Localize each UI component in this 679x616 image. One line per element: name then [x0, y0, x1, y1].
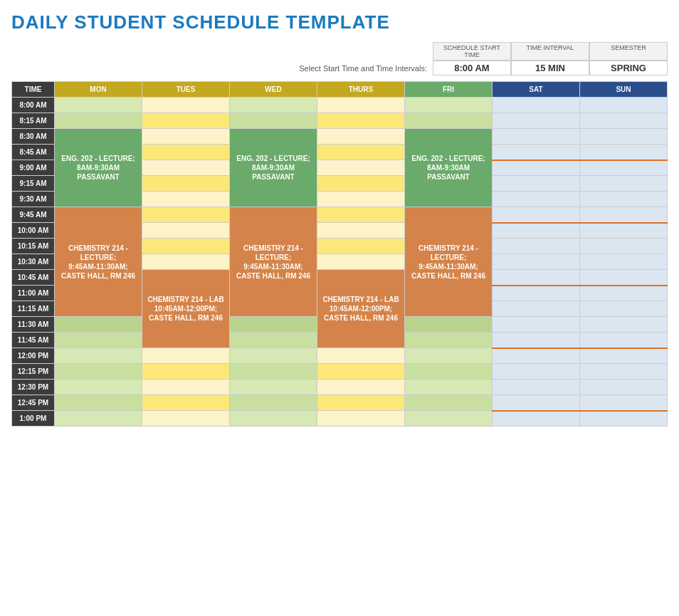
schedule-cell: [580, 254, 668, 270]
event-cell: CHEMISTRY 214 - LECTURE; 9:45AM-11:30AM;…: [405, 207, 493, 317]
schedule-cell: [317, 113, 405, 129]
schedule-cell: [493, 364, 580, 380]
schedule-cell: [142, 411, 230, 427]
table-row: 12:00 PM: [12, 348, 668, 364]
schedule-cell: [493, 254, 580, 270]
schedule-cell: [317, 98, 405, 113]
schedule-cell: [317, 348, 405, 364]
schedule-cell: [55, 113, 142, 129]
schedule-cell: [230, 380, 317, 395]
schedule-cell: [142, 380, 230, 395]
schedule-cell: [493, 129, 580, 145]
table-row: 9:45 AMCHEMISTRY 214 - LECTURE; 9:45AM-1…: [12, 207, 668, 223]
time-cell: 10:15 AM: [12, 239, 55, 254]
schedule-cell: [580, 223, 668, 239]
schedule-cell: [405, 364, 493, 380]
schedule-cell: [493, 223, 580, 239]
page-title: DAILY STUDENT SCHEDULE TEMPLATE: [11, 11, 668, 33]
schedule-cell: [405, 333, 493, 348]
schedule-cell: [317, 364, 405, 380]
schedule-cell: [493, 286, 580, 301]
schedule-cell: [142, 176, 230, 192]
schedule-cell: [142, 395, 230, 411]
schedule-cell: [317, 223, 405, 239]
col-header-sun: SUN: [580, 82, 668, 98]
schedule-cell: [493, 176, 580, 192]
schedule-cell: [493, 301, 580, 317]
time-cell: 9:45 AM: [12, 207, 55, 223]
schedule-cell: [55, 348, 142, 364]
table-row: 12:15 PM: [12, 364, 668, 380]
schedule-cell: [493, 333, 580, 348]
col-header-fri: FRI: [405, 82, 493, 98]
time-cell: 8:30 AM: [12, 129, 55, 145]
event-cell: ENG. 202 - LECTURE; 8AM-9:30AM PASSAVANT: [55, 129, 142, 207]
schedule-cell: [580, 317, 668, 333]
schedule-cell: [317, 380, 405, 395]
schedule-cell: [142, 113, 230, 129]
schedule-cell: [405, 380, 493, 395]
schedule-cell: [580, 348, 668, 364]
schedule-cell: [142, 254, 230, 270]
schedule-cell: [580, 364, 668, 380]
time-cell: 1:00 PM: [12, 411, 55, 427]
schedule-cell: [493, 380, 580, 395]
schedule-cell: [55, 333, 142, 348]
schedule-cell: [230, 98, 317, 113]
table-row: 12:30 PM: [12, 380, 668, 395]
time-cell: 12:45 PM: [12, 395, 55, 411]
schedule-cell: [142, 223, 230, 239]
schedule-cell: [580, 160, 668, 176]
schedule-cell: [580, 145, 668, 160]
time-cell: 11:30 AM: [12, 317, 55, 333]
col-header-wed: WED: [230, 82, 317, 98]
schedule-cell: [580, 98, 668, 113]
schedule-cell: [580, 301, 668, 317]
schedule-cell: [493, 239, 580, 254]
time-cell: 11:00 AM: [12, 286, 55, 301]
schedule-cell: [493, 395, 580, 411]
schedule-cell: [580, 395, 668, 411]
schedule-cell: [317, 176, 405, 192]
time-cell: 9:00 AM: [12, 160, 55, 176]
schedule-cell: [142, 348, 230, 364]
time-cell: 8:15 AM: [12, 113, 55, 129]
schedule-cell: [580, 270, 668, 286]
schedule-cell: [580, 129, 668, 145]
schedule-cell: [317, 192, 405, 207]
ctrl-value-start[interactable]: 8:00 AM: [433, 61, 511, 75]
col-header-time: TIME: [12, 82, 55, 98]
schedule-cell: [405, 395, 493, 411]
table-row: 8:15 AM: [12, 113, 668, 129]
schedule-cell: [317, 395, 405, 411]
schedule-cell: [580, 176, 668, 192]
table-row: 12:45 PM: [12, 395, 668, 411]
schedule-cell: [230, 317, 317, 333]
table-row: 1:00 PM: [12, 411, 668, 427]
table-row: 8:30 AMENG. 202 - LECTURE; 8AM-9:30AM PA…: [12, 129, 668, 145]
col-header-tue: TUES: [142, 82, 230, 98]
schedule-cell: [230, 333, 317, 348]
event-cell: ENG. 202 - LECTURE; 8AM-9:30AM PASSAVANT: [405, 129, 493, 207]
ctrl-value-interval[interactable]: 15 MIN: [511, 61, 589, 75]
schedule-cell: [580, 239, 668, 254]
schedule-cell: [142, 160, 230, 176]
schedule-cell: [493, 160, 580, 176]
schedule-cell: [493, 98, 580, 113]
controls-label: Select Start Time and Time Intervals:: [299, 64, 427, 75]
ctrl-header-semester: SEMESTER: [589, 42, 668, 61]
schedule-cell: [317, 239, 405, 254]
ctrl-value-semester[interactable]: SPRING: [589, 61, 668, 75]
time-cell: 9:15 AM: [12, 176, 55, 192]
schedule-cell: [493, 270, 580, 286]
schedule-cell: [580, 380, 668, 395]
schedule-cell: [493, 145, 580, 160]
schedule-cell: [230, 113, 317, 129]
schedule-cell: [317, 145, 405, 160]
schedule-cell: [493, 207, 580, 223]
schedule-cell: [230, 364, 317, 380]
ctrl-header-interval: TIME INTERVAL: [511, 42, 589, 61]
schedule-cell: [405, 411, 493, 427]
time-cell: 8:45 AM: [12, 145, 55, 160]
schedule-cell: [55, 317, 142, 333]
